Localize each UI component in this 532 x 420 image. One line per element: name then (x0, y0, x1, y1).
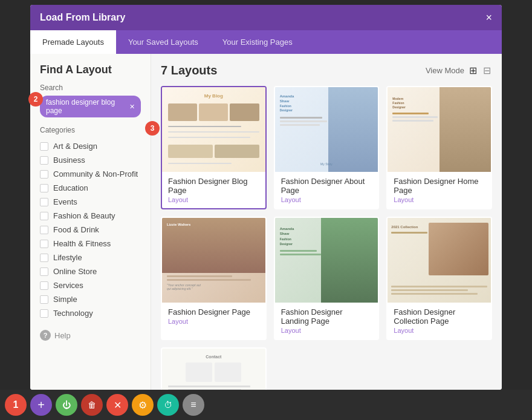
modal-body: Find A Layout Search fashion designer bl… (30, 54, 502, 390)
category-item[interactable]: Technology (40, 306, 141, 320)
category-item[interactable]: Business (40, 153, 141, 167)
layout-card-landing[interactable]: AmandaShawFashionDesigner Fashion Design… (274, 217, 380, 340)
layout-card-page[interactable]: Lizzie Walters "Your anchor concept autq… (161, 217, 267, 340)
toolbar-power-button[interactable]: ⏻ (56, 394, 77, 416)
category-item[interactable]: Art & Design (40, 139, 141, 153)
modal-tabs: Premade Layouts Your Saved Layouts Your … (30, 30, 502, 54)
modal: Load From Library × Premade Layouts Your… (30, 5, 502, 390)
layout-card-contact[interactable]: Contact (161, 347, 267, 390)
step-badge-3: 3 (145, 121, 160, 136)
view-list-button[interactable]: ⊟ (482, 64, 492, 77)
help-icon: ? (40, 330, 51, 341)
modal-title: Load From Library (40, 12, 125, 23)
toolbar-delete-button[interactable]: 🗑 (81, 394, 103, 416)
layout-info-blog: Fashion Designer Blog Page Layout (162, 172, 265, 208)
content-header: 7 Layouts View Mode ⊞ ⊟ (161, 64, 492, 77)
layout-thumb-page: Lizzie Walters "Your anchor concept autq… (162, 218, 265, 303)
search-label: Search (40, 84, 141, 92)
modal-close-button[interactable]: × (485, 12, 492, 23)
toolbar-timer-button[interactable]: ⏱ (157, 394, 179, 416)
category-item[interactable]: Education (40, 181, 141, 195)
layout-thumb-collection: 2021 Collection (388, 218, 491, 303)
layouts-count: 7 Layouts (161, 64, 217, 77)
layout-thumb-landing: AmandaShawFashionDesigner (275, 218, 378, 303)
toolbar-add-button[interactable]: + (30, 394, 52, 416)
toolbar-menu-button[interactable]: ≡ (183, 394, 204, 416)
step-badge-2: 2 (28, 92, 43, 107)
layout-card-blog[interactable]: My Blog (161, 86, 267, 209)
toolbar-badge-1: 1 (5, 394, 27, 416)
category-item[interactable]: Health & Fitness (40, 237, 141, 251)
toolbar-settings-button[interactable]: ⚙ (132, 394, 154, 416)
category-item[interactable]: Community & Non-Profit (40, 167, 141, 181)
category-item[interactable]: Simple (40, 292, 141, 306)
layout-info-landing: Fashion Designer Landing Page Layout (275, 303, 378, 339)
tab-saved-layouts[interactable]: Your Saved Layouts (116, 30, 210, 54)
layout-card-collection[interactable]: 2021 Collection Fa (386, 217, 492, 340)
layout-thumb-blog: My Blog (162, 87, 265, 172)
sidebar: Find A Layout Search fashion designer bl… (30, 54, 151, 390)
tab-premade-layouts[interactable]: Premade Layouts (30, 30, 116, 54)
toolbar-close-button[interactable]: ✕ (106, 394, 128, 416)
layout-thumb-about: AmandaShawFashionDesigner My Story (275, 87, 378, 172)
layout-thumb-home: ModernFashionDesigner (388, 87, 491, 172)
view-grid-button[interactable]: ⊞ (468, 64, 478, 77)
content-area: 7 Layouts View Mode ⊞ ⊟ My Blog (151, 54, 502, 390)
tab-existing-pages[interactable]: Your Existing Pages (210, 30, 305, 54)
sidebar-title: Find A Layout (40, 64, 141, 76)
layout-info-about: Fashion Designer About Page Layout (275, 172, 378, 208)
layout-card-about[interactable]: AmandaShawFashionDesigner My Story Fashi… (274, 86, 380, 209)
layout-info-collection: Fashion Designer Collection Page Layout (388, 303, 491, 339)
category-item[interactable]: Fashion & Beauty (40, 209, 141, 223)
help-link[interactable]: ? Help (40, 330, 141, 341)
category-item[interactable]: Events (40, 195, 141, 209)
layout-info-page: Fashion Designer Page Layout (162, 303, 265, 330)
layout-card-home[interactable]: ModernFashionDesigner Fashion Designer H… (386, 86, 492, 209)
modal-header: Load From Library × (30, 5, 502, 30)
bottom-toolbar: 1 + ⏻ 🗑 ✕ ⚙ ⏱ ≡ (0, 390, 532, 420)
layout-info-home: Fashion Designer Home Page Layout (388, 172, 491, 208)
category-item[interactable]: Lifestyle (40, 251, 141, 264)
layouts-grid: My Blog (161, 86, 492, 390)
layout-thumb-contact: Contact (162, 349, 265, 390)
search-tag[interactable]: fashion designer blog page ✕ (40, 96, 141, 117)
category-item[interactable]: Services (40, 278, 141, 292)
categories-label: Categories (40, 126, 141, 134)
category-item[interactable]: Food & Drink (40, 223, 141, 237)
category-item[interactable]: Online Store (40, 264, 141, 278)
view-mode: View Mode ⊞ ⊟ (426, 64, 492, 77)
modal-overlay: Load From Library × Premade Layouts Your… (0, 0, 532, 390)
